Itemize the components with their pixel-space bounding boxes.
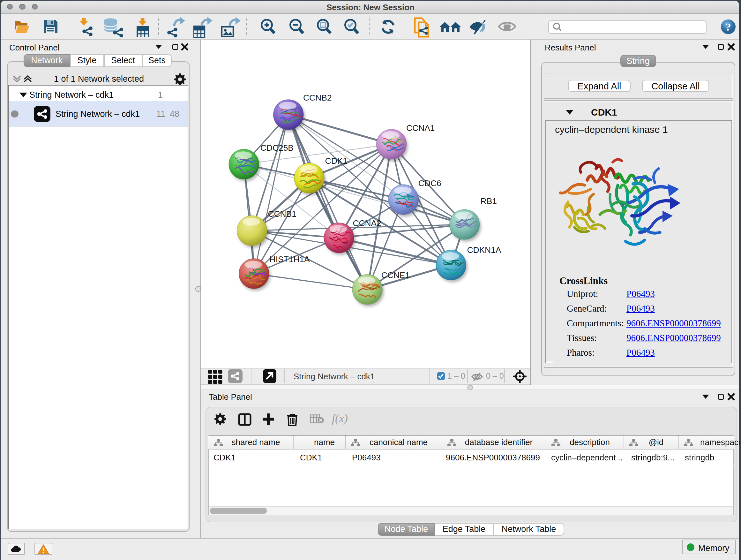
svg-text:RB1: RB1: [480, 196, 496, 206]
svg-text:CCNB2: CCNB2: [303, 92, 331, 102]
svg-text:CDKN1A: CDKN1A: [467, 245, 501, 254]
svg-text:CCNE1: CCNE1: [381, 270, 409, 280]
svg-text:CDC6: CDC6: [418, 178, 441, 188]
svg-text:CCNA2: CCNA2: [352, 218, 381, 228]
svg-text:CCNB1: CCNB1: [267, 209, 296, 219]
svg-text:?: ?: [725, 21, 731, 33]
svg-text:CDK1: CDK1: [325, 156, 347, 165]
svg-text:HIST1H1A: HIST1H1A: [269, 254, 310, 264]
svg-text:CDC25B: CDC25B: [260, 143, 293, 152]
svg-text:CCNA1: CCNA1: [406, 123, 434, 132]
